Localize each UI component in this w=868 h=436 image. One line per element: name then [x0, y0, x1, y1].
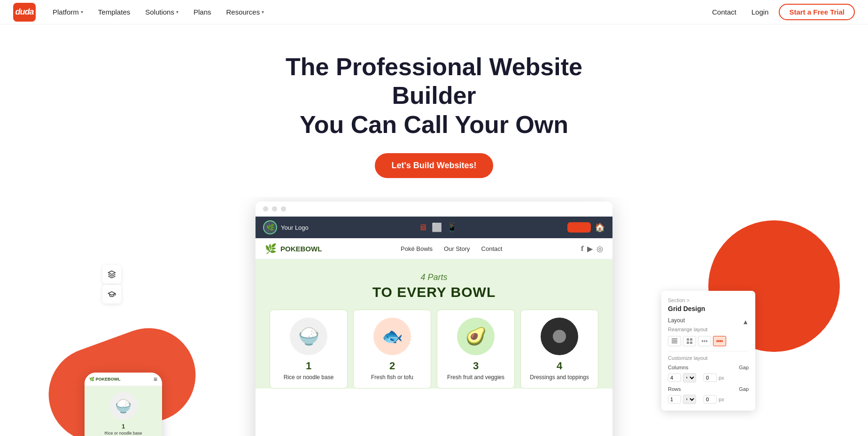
- site-nav-poke[interactable]: Poké Bowls: [401, 245, 433, 252]
- main-nav: duda Platform ▾ Templates Solutions ▾ Pl…: [0, 0, 868, 24]
- layout-1x6[interactable]: [668, 336, 681, 346]
- svg-rect-16: [721, 340, 723, 342]
- nav-item-platform[interactable]: Platform ▾: [45, 0, 91, 24]
- gap-value-input[interactable]: [704, 374, 717, 382]
- nav-item-templates[interactable]: Templates: [91, 0, 138, 24]
- brand-logo[interactable]: duda: [13, 3, 36, 22]
- poke-card-2: 🐟 2 Fresh fish or tofu: [353, 310, 431, 389]
- chevron-down-icon: ▾: [262, 9, 264, 15]
- layout-2x2[interactable]: [683, 336, 696, 346]
- site-nav-story[interactable]: Our Story: [444, 245, 470, 252]
- site-logo: 🌿 POKEBOWL: [265, 243, 322, 254]
- poke-title: 4 Parts TO EVERY BOWL: [265, 272, 603, 300]
- desktop-view-button[interactable]: 🖥: [418, 223, 427, 233]
- svg-rect-8: [687, 342, 689, 344]
- food-image-veggie: 🥑: [457, 318, 495, 355]
- svg-rect-3: [672, 340, 677, 341]
- mobile-bar: 🌿 POKEBOWL ≡: [85, 373, 162, 386]
- rows-gap-label: Gap: [739, 386, 749, 392]
- columns-inputs: ▾ px: [668, 373, 749, 382]
- mobile-view-button[interactable]: 📱: [447, 222, 457, 233]
- nav-item-plans[interactable]: Plans: [186, 0, 219, 24]
- chevron-down-icon: ▾: [176, 9, 178, 15]
- nav-item-solutions[interactable]: Solutions ▾: [138, 0, 186, 24]
- facebook-icon[interactable]: 𝐟: [581, 244, 583, 253]
- svg-rect-14: [718, 340, 720, 342]
- food-image-rice: 🍚: [290, 318, 327, 355]
- poke-card-1: 🍚 1 Rice or noodle base: [270, 310, 348, 389]
- graduation-tool[interactable]: [102, 285, 121, 304]
- panel-divider: [668, 351, 749, 351]
- site-nav-links: Poké Bowls Our Story Contact: [401, 245, 502, 252]
- card-label-3: Fresh fruit and veggies: [442, 374, 510, 381]
- svg-point-1: [553, 330, 566, 343]
- browser-dot-1: [263, 206, 268, 211]
- layout-4x1[interactable]: [713, 336, 726, 346]
- food-image-fish: 🐟: [373, 318, 411, 355]
- mobile-mockup: 🌿 POKEBOWL ≡ 🍚 1 Rice or noodle base 🐟: [85, 373, 162, 436]
- nav-right: Contact Login Start a Free Trial: [707, 4, 855, 20]
- start-trial-button[interactable]: Start a Free Trial: [779, 4, 855, 20]
- svg-rect-11: [704, 340, 705, 342]
- publish-button[interactable]: [567, 222, 591, 233]
- nav-left: duda Platform ▾ Templates Solutions ▾ Pl…: [13, 0, 271, 24]
- browser-dot-2: [272, 206, 277, 211]
- poke-section: 4 Parts TO EVERY BOWL 🍚 1 Rice or noodle…: [256, 259, 612, 389]
- demo-area: 🌿 Your Logo 🖥 ⬜ 📱 🏠 🌿 POKEBOWL Poké Bowl…: [0, 197, 868, 436]
- browser-dot-3: [281, 206, 286, 211]
- columns-input[interactable]: [668, 374, 681, 382]
- svg-rect-2: [672, 338, 677, 339]
- svg-rect-9: [690, 342, 692, 344]
- mobile-food-rice: 🍚: [109, 392, 138, 420]
- card-label-2: Fresh fish or tofu: [358, 374, 426, 381]
- youtube-icon[interactable]: ▶: [587, 244, 593, 253]
- login-link[interactable]: Login: [747, 8, 774, 16]
- site-nav: 🌿 POKEBOWL Poké Bowls Our Story Contact …: [256, 238, 612, 259]
- food-image-sauce: [541, 318, 578, 355]
- rearrange-label: Rearrange layout: [668, 327, 749, 332]
- right-panel: Section > Grid Design Layout ▲ Rearrange…: [661, 291, 755, 411]
- mobile-poke-section: 🍚 1 Rice or noodle base 🐟: [85, 386, 162, 436]
- poke-grid: 🍚 1 Rice or noodle base 🐟 2 Fresh fish o…: [265, 310, 603, 389]
- rows-inputs: ▾ px: [668, 395, 749, 404]
- editor-logo: 🌿 Your Logo: [263, 220, 309, 234]
- editor-sidebar: [102, 265, 121, 304]
- rows-gap-unit: px: [719, 397, 724, 402]
- poke-subtitle: 4 Parts: [265, 272, 603, 282]
- hero-title: The Professional Website Builder You Can…: [258, 53, 610, 139]
- rows-gap-input[interactable]: [704, 395, 717, 404]
- collapse-icon[interactable]: ▲: [742, 318, 749, 326]
- columns-label: Columns: [668, 365, 688, 370]
- card-label-1: Rice or noodle base: [275, 374, 342, 381]
- rows-label: Rows: [668, 386, 681, 392]
- mobile-card-label: Rice or noodle base: [89, 431, 157, 436]
- card-num-4: 4: [526, 360, 593, 372]
- svg-rect-10: [702, 340, 703, 342]
- mobile-logo: 🌿 POKEBOWL: [89, 377, 121, 382]
- svg-rect-15: [720, 340, 721, 342]
- home-icon[interactable]: 🏠: [595, 222, 605, 233]
- contact-link[interactable]: Contact: [707, 8, 741, 16]
- layout-3x1[interactable]: [698, 336, 711, 346]
- nav-item-resources[interactable]: Resources ▾: [218, 0, 271, 24]
- columns-unit[interactable]: ▾: [683, 373, 696, 382]
- layout-buttons: [668, 336, 749, 346]
- tablet-view-button[interactable]: ⬜: [432, 222, 442, 233]
- logo-circle: 🌿: [263, 220, 277, 234]
- mobile-card-num: 1: [89, 423, 157, 430]
- panel-section-label: Section >: [668, 297, 749, 303]
- card-label-4: Dressings and toppings: [526, 374, 593, 381]
- layers-tool[interactable]: [102, 265, 121, 284]
- instagram-icon[interactable]: ◎: [597, 244, 603, 253]
- site-nav-social: 𝐟 ▶ ◎: [581, 244, 603, 253]
- svg-rect-4: [672, 341, 677, 342]
- svg-rect-12: [706, 340, 707, 342]
- site-nav-contact[interactable]: Contact: [481, 245, 503, 252]
- rows-unit[interactable]: ▾: [683, 395, 696, 404]
- hamburger-icon[interactable]: ≡: [154, 375, 157, 383]
- hero-cta-button[interactable]: Let's Build Websites!: [375, 153, 494, 178]
- poke-card-3: 🥑 3 Fresh fruit and veggies: [437, 310, 515, 389]
- customize-label: Customize layout: [668, 355, 749, 361]
- rows-input[interactable]: [668, 395, 681, 404]
- editor-bar: 🌿 Your Logo 🖥 ⬜ 📱 🏠: [256, 217, 612, 238]
